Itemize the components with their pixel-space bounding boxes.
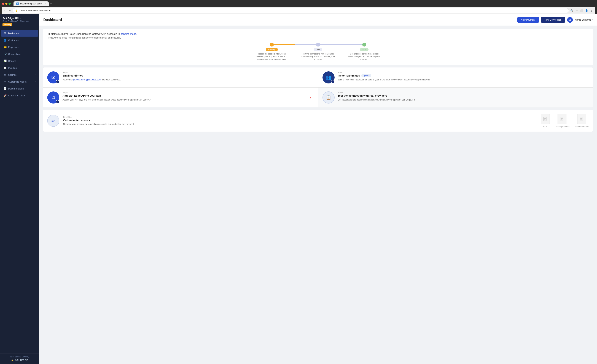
user-avatar: NS [567,17,573,23]
step-2-check-badge: ✓ [331,80,335,84]
tab-close-icon[interactable]: × [45,2,46,5]
main-content: Dashboard New Payment New Connection NS … [39,14,597,364]
sidebar-footer-text: Open Banking Gateway [2,356,37,358]
profile-icon[interactable]: 👤 [585,9,588,12]
browser-tab[interactable]: S Dashboard | Salt Edge × [14,1,49,6]
toolbar-icons: 🔍 ☆ ⬜ 👤 ⋮ [570,9,593,12]
step-4-desc: Get Test status and begin using bank acc… [338,98,415,101]
client-agreement-icon [558,114,566,124]
sidebar-item-customers[interactable]: 👤 Customers [1,37,38,44]
user-name-display[interactable]: Name Surname ▾ [575,18,593,21]
step-1-title: Email confirmed [63,74,121,77]
sidebar-item-label-customers: Customers [8,39,36,42]
sidebar-brand[interactable]: Salt Edge API ▾ [2,17,37,20]
tab-title: Dashboard | Salt Edge [20,2,42,5]
step-3-card: 🖥 ✓ Step 3 Add Salt Edge API to your app… [43,87,318,108]
address-security-icon: 🔒 [15,9,18,12]
tab-favicon: S [16,2,19,5]
sidebar-brand-name: Salt Edge API [2,17,19,20]
sidebar-item-documentation[interactable]: 📄 Documentation [1,85,38,92]
step-2-desc: Build a rock-solid integration by gettin… [338,78,430,81]
bookmark-icon[interactable]: ☆ [575,9,578,12]
stage-badge-test: Test [314,48,322,51]
pending-mode-link[interactable]: pending mode. [121,32,137,35]
nda-label: NDA [543,125,547,128]
step-2-icon-wrapper: 👥 ✓ [322,71,335,84]
menu-icon[interactable]: ⋮ [590,9,593,12]
sidebar-item-invoices[interactable]: 📋 Invoices [1,64,38,71]
traffic-light-green[interactable] [8,3,11,5]
sidebar-nav: ⊞ Dashboard 👤 Customers 💳 Payments 🔗 Con… [0,28,39,354]
invoices-icon: 📋 [4,66,6,69]
sidebar-item-label-customize: Customize widget [8,80,33,83]
pending-badge: Pending [2,23,12,26]
reload-button[interactable]: ↺ [9,9,11,12]
dashboard-icon: ⊞ [4,32,6,35]
step-2-card: 👥 ✓ Step 2 Invite Teammates Optional Bui… [318,68,593,87]
customize-icon: ✏ [4,80,6,83]
banner-subtitle: Follow these steps to start using bank c… [48,36,588,39]
step-4-icon-wrapper: 📋 [322,92,335,103]
stage-connector-pending-test [274,44,295,45]
new-tab-button[interactable]: + [49,2,54,6]
traffic-light-red[interactable] [2,3,4,5]
reports-icon: 📊 [4,60,6,62]
doc-technical-review[interactable]: Technical review [574,114,589,128]
traffic-light-yellow[interactable] [5,3,8,5]
sidebar-item-label-invoices: Invoices [8,67,36,69]
step-3-info: Step 3 Add Salt Edge API to your app Acc… [63,92,302,101]
sidebar-item-dashboard[interactable]: ⊞ Dashboard [1,30,38,37]
client-agreement-label: Client agreement [555,125,570,128]
new-connection-button[interactable]: New Connection [541,17,565,23]
step-3-check-badge: ✓ [56,100,59,103]
final-step-card: ≡✓ Final Step Get unlimited access Upgra… [43,110,593,132]
stage-connector-live-left [341,44,362,45]
back-button[interactable]: ‹ [4,9,5,12]
svg-rect-0 [543,117,546,121]
stage-desc-live: Get unlimited connections to real banks … [347,53,381,61]
final-step-title: Get unlimited access [63,119,537,122]
svg-rect-2 [580,117,583,121]
customers-icon: 👤 [4,39,6,42]
step-1-check-badge: ✓ [56,80,59,84]
extensions-icon[interactable]: ⬜ [580,9,583,12]
step-1-card: ✉ ✓ Step 1 Email confirmed Your email pa… [43,68,318,87]
user-menu-arrow-icon: ▾ [592,19,593,21]
new-payment-button[interactable]: New Payment [517,17,539,23]
documentation-icon: 📄 [4,87,6,90]
sidebar-footer: Open Banking Gateway ⚡ SALTEDGE [0,354,39,364]
sidebar-item-settings[interactable]: ⚙ Settings ▾ [1,71,38,78]
page-title: Dashboard [43,18,62,22]
step-4-info: Step 4 Test the connection with real pro… [338,92,415,101]
browser-toolbar: ‹ › ↺ 🔒 saltedge.com/clients/dashboard 🔍… [2,7,595,14]
final-step-icon-circle: ≡✓ [47,115,59,127]
sidebar-item-reports[interactable]: 📊 Reports ▾ [1,58,38,64]
svg-rect-1 [560,117,563,121]
address-bar[interactable]: 🔒 saltedge.com/clients/dashboard [13,8,569,13]
sidebar-item-label-payments: Payments [8,46,36,48]
step-1-number: Step 1 [63,71,121,74]
step-1-email[interactable]: patricia.baran@saltedge.com [73,78,101,81]
optional-badge: Optional [361,74,371,77]
forward-button[interactable]: › [7,9,8,12]
saltedge-logo-name: SALTEDGE [15,359,28,362]
stage-test: Test Test the connections with real bank… [295,43,341,61]
stage-circle-live [362,43,366,46]
stage-desc-test: Test the connections with real banks and… [301,53,335,61]
final-step-label: Final Step [63,116,537,118]
sidebar-item-payments[interactable]: 💳 Payments [1,44,38,50]
step-2-number: Step 2 [338,71,430,74]
header-actions: New Payment New Connection NS Name Surna… [517,17,593,23]
sidebar-item-label-quickstart: Quick start guide [8,94,36,97]
quickstart-icon: 🚀 [4,94,6,97]
settings-arrow-icon: ▾ [35,74,36,76]
step-3-desc: Access your API keys and test different … [63,98,302,101]
doc-nda[interactable]: NDA [541,114,550,128]
doc-client-agreement[interactable]: Client agreement [555,114,570,128]
search-icon[interactable]: 🔍 [570,9,573,12]
address-text: saltedge.com/clients/dashboard [19,9,51,12]
dashboard-body: Hi Name Surname! Your Open Banking Gatew… [39,26,597,135]
sidebar-item-customize[interactable]: ✏ Customize widget ▾ [1,78,38,85]
sidebar-item-quickstart[interactable]: 🚀 Quick start guide [1,92,38,99]
sidebar-item-connections[interactable]: 🔗 Connections [1,51,38,57]
